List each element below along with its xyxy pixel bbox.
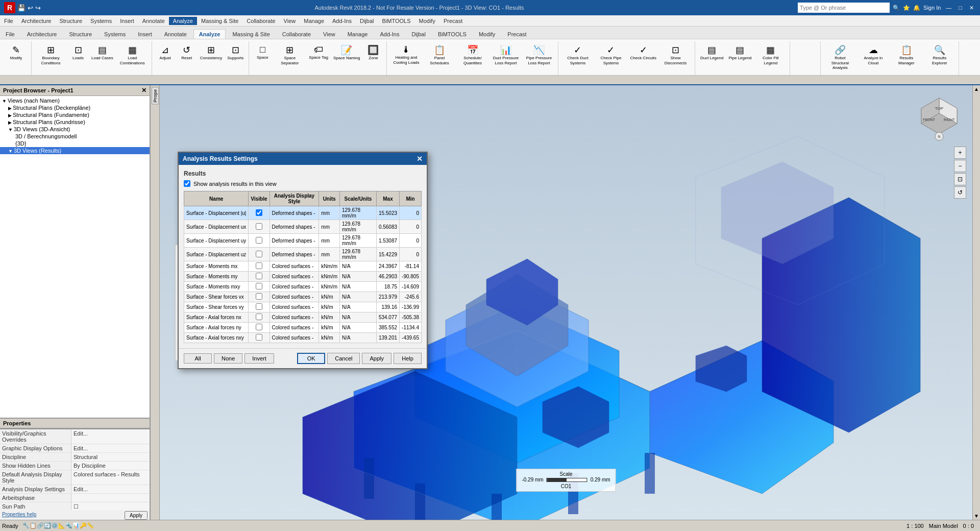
ribbon-btn-boundary-conditions[interactable]: ⊞Boundary Conditions — [35, 43, 67, 66]
menu-item-dijbal[interactable]: Dijbal — [356, 17, 378, 25]
search-icon[interactable]: 🔍 — [893, 5, 900, 11]
fit-view-btn[interactable]: ⊡ — [954, 173, 966, 185]
ribbon-btn-schedule--quantities[interactable]: 📅Schedule/ Quantities — [456, 43, 488, 66]
ribbon-btn-results-manager[interactable]: 📋Results Manager — [890, 43, 922, 66]
cell-visible-4[interactable] — [249, 261, 270, 272]
ribbon-tab-file[interactable]: File — [0, 29, 20, 39]
nav-cube[interactable]: TOP RIGHT FRONT N — [916, 95, 962, 141]
ribbon-btn-duct-legend[interactable]: ▤Duct Legend — [698, 43, 725, 62]
quick-undo[interactable]: ↩ — [28, 4, 33, 12]
star-icon[interactable]: ⭐ — [903, 5, 910, 11]
results-row-6[interactable]: Surface - Moments mxy Colored surfaces -… — [184, 282, 422, 292]
ribbon-btn-results-explorer[interactable]: 🔍Results Explorer — [923, 43, 955, 66]
ribbon-btn-modify[interactable]: ✎Modify — [6, 43, 27, 62]
visible-checkbox-10[interactable] — [256, 324, 262, 330]
ribbon-btn-pipe-legend[interactable]: ▤Pipe Legend — [726, 43, 753, 62]
visible-checkbox-6[interactable] — [256, 283, 262, 289]
cell-visible-8[interactable] — [249, 302, 270, 312]
visible-checkbox-8[interactable] — [256, 303, 262, 310]
cell-visible-2[interactable] — [249, 234, 270, 248]
ribbon-tab-massing-&-site[interactable]: Massing & Site — [227, 29, 275, 39]
ribbon-btn-check-circuits[interactable]: ✓Check Circuits — [628, 43, 658, 62]
ribbon-btn-color-fill-legend[interactable]: ▦Color Fill Legend — [754, 43, 787, 66]
visible-checkbox-4[interactable] — [256, 262, 262, 269]
menu-item-manage[interactable]: Manage — [300, 17, 328, 25]
project-browser-close[interactable]: ✕ — [141, 87, 146, 94]
ribbon-tab-insert[interactable]: Insert — [132, 29, 158, 39]
cell-visible-5[interactable] — [249, 272, 270, 282]
ribbon-btn-robot-structural-analysis[interactable]: 🔗Robot Structural Analysis — [824, 43, 856, 71]
visible-checkbox-7[interactable] — [256, 293, 262, 300]
results-row-2[interactable]: Surface - Displacement uy Deformed shape… — [184, 234, 422, 248]
ribbon-tab-bimtools[interactable]: BiMTOOLS — [432, 29, 472, 39]
zoom-in-btn[interactable]: + — [954, 147, 966, 159]
results-row-9[interactable]: Surface - Axial forces nx Colored surfac… — [184, 312, 422, 323]
visible-checkbox-9[interactable] — [256, 313, 262, 320]
menu-item-modify[interactable]: Modify — [415, 17, 439, 25]
ribbon-btn-panel-schedules[interactable]: 📋Panel Schedules — [423, 43, 455, 66]
dialog-close-btn[interactable]: ✕ — [416, 155, 423, 163]
cell-visible-3[interactable] — [249, 248, 270, 261]
tree-item-6[interactable]: {3D} — [0, 140, 150, 147]
menu-item-bimtools[interactable]: BiMTOOLS — [378, 17, 414, 25]
prop-value-5[interactable]: Edit... — [71, 485, 150, 493]
ribbon-tab-collaborate[interactable]: Collaborate — [277, 29, 316, 39]
ribbon-btn-space-separator[interactable]: ⊞Space Separator — [274, 43, 306, 66]
cell-visible-1[interactable] — [249, 220, 270, 234]
tree-item-1[interactable]: ▶Structural Plans (Deckenpläne) — [0, 104, 150, 111]
tree-item-3[interactable]: ▶Structural Plans (Grundrisse) — [0, 118, 150, 126]
ribbon-btn-consistency[interactable]: ⊞Consistency — [198, 43, 225, 62]
search-input[interactable] — [798, 3, 890, 13]
invert-button[interactable]: Invert — [244, 353, 274, 364]
prop-value-0[interactable]: Edit... — [71, 429, 150, 444]
bell-icon[interactable]: 🔔 — [913, 5, 920, 11]
orbit-btn[interactable]: ↺ — [954, 186, 966, 199]
menu-item-collaborate[interactable]: Collaborate — [242, 17, 279, 25]
ribbon-btn-space-naming[interactable]: 📝Space Naming — [331, 43, 362, 62]
visible-checkbox-11[interactable] — [256, 334, 262, 341]
menu-item-insert[interactable]: Insert — [116, 17, 138, 25]
cancel-button[interactable]: Cancel — [327, 353, 360, 364]
menu-item-add-ins[interactable]: Add-Ins — [328, 17, 356, 25]
ribbon-btn-analyze-in-cloud[interactable]: ☁Analyze in Cloud — [857, 43, 889, 66]
apply-button[interactable]: Apply — [362, 353, 391, 364]
ribbon-btn-zone[interactable]: 🔲Zone — [363, 43, 383, 62]
ribbon-btn-pipe-pressure-loss-report[interactable]: 📉Pipe Pressure Loss Report — [523, 43, 555, 66]
menu-item-file[interactable]: File — [0, 17, 17, 25]
ribbon-btn-space-tag[interactable]: 🏷Space Tag — [307, 43, 330, 61]
results-row-4[interactable]: Surface - Moments mx Colored surfaces - … — [184, 261, 422, 272]
menu-item-view[interactable]: View — [280, 17, 300, 25]
ribbon-tab-structure[interactable]: Structure — [63, 29, 97, 39]
close-btn[interactable]: ✕ — [967, 5, 976, 11]
scroll-down-btn[interactable]: ▼ — [973, 512, 980, 520]
ribbon-btn-show-disconnects[interactable]: ⊡Show Disconnects — [659, 43, 692, 66]
tree-item-4[interactable]: ▼3D Views (3D-Ansicht) — [0, 126, 150, 133]
menu-item-precast[interactable]: Precast — [439, 17, 467, 25]
results-row-8[interactable]: Surface - Shear forces vy Colored surfac… — [184, 302, 422, 312]
tree-item-7[interactable]: ▼3D Views (Results) — [0, 147, 150, 154]
visible-checkbox-1[interactable] — [256, 223, 262, 230]
results-row-1[interactable]: Surface - Displacement ux Deformed shape… — [184, 220, 422, 234]
ribbon-tab-architecture[interactable]: Architecture — [21, 29, 63, 39]
none-button[interactable]: None — [214, 353, 242, 364]
quick-redo[interactable]: ↪ — [35, 4, 41, 12]
cell-visible-9[interactable] — [249, 312, 270, 323]
menu-item-analyze[interactable]: Analyze — [169, 17, 197, 25]
show-results-checkbox[interactable] — [184, 180, 190, 187]
ribbon-tab-annotate[interactable]: Annotate — [159, 29, 192, 39]
ribbon-btn-adjust[interactable]: ⊿Adjust — [155, 43, 176, 62]
menu-item-annotate[interactable]: Annotate — [138, 17, 169, 25]
visible-checkbox-5[interactable] — [256, 273, 262, 279]
ribbon-btn-reset[interactable]: ↺Reset — [177, 43, 197, 62]
ribbon-btn-space[interactable]: □Space — [252, 43, 273, 61]
results-row-10[interactable]: Surface - Axial forces ny Colored surfac… — [184, 323, 422, 333]
quick-save[interactable]: 💾 — [17, 4, 26, 12]
ribbon-tab-view[interactable]: View — [317, 29, 341, 39]
maximize-btn[interactable]: □ — [957, 5, 964, 11]
all-button[interactable]: All — [184, 353, 212, 364]
cell-visible-7[interactable] — [249, 292, 270, 302]
minimize-btn[interactable]: — — [944, 5, 953, 11]
help-button[interactable]: Help — [394, 353, 422, 364]
ribbon-btn-duct-pressure-loss-report[interactable]: 📊Duct Pressure Loss Report — [489, 43, 522, 66]
menu-item-systems[interactable]: Systems — [86, 17, 116, 25]
